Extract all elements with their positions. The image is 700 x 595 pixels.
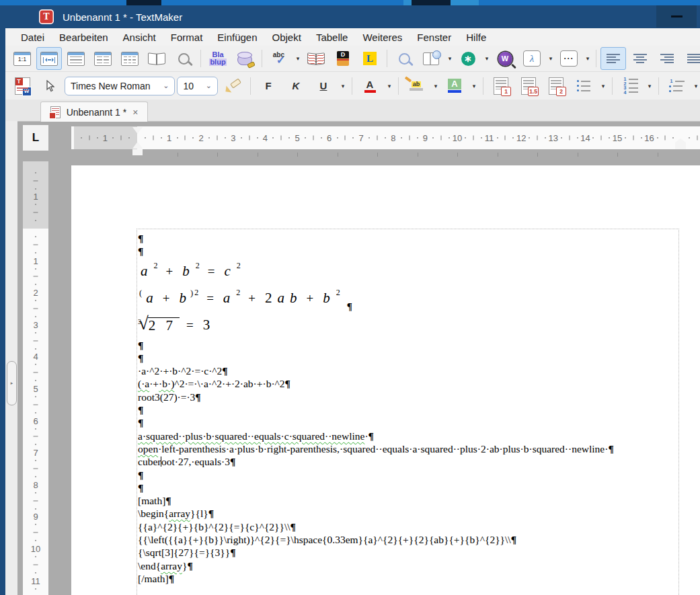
menu-tabelle[interactable]: Tabelle xyxy=(309,30,356,45)
page-view-button[interactable] xyxy=(63,47,89,70)
font-color-button[interactable]: A xyxy=(357,75,383,97)
line-spacing-15-icon: 1.5 xyxy=(521,77,536,95)
spellcheck-button[interactable]: abc ✓ xyxy=(266,47,292,70)
ruler-number: 2 xyxy=(199,133,204,143)
ruler-tick xyxy=(505,136,506,141)
line-spacing-2-button[interactable]: 2 xyxy=(543,75,569,97)
wolfram-button[interactable]: W xyxy=(492,47,518,70)
tabstop-mark xyxy=(377,153,378,157)
font-color-dropdown-arrow[interactable]: ▾ xyxy=(385,83,393,89)
book-view-button[interactable] xyxy=(144,47,169,70)
translate-dropdown-arrow[interactable]: ▾ xyxy=(446,55,454,62)
ruler-dot xyxy=(35,172,36,173)
italic-button[interactable]: K xyxy=(283,75,309,97)
line-spacing-15-button[interactable]: 1.5 xyxy=(516,75,541,97)
bullet-list-dropdown-arrow[interactable]: ▾ xyxy=(599,83,607,89)
font-family-select[interactable]: Times New Roman ⌄ xyxy=(65,77,175,95)
database-button[interactable] xyxy=(232,47,258,70)
separator xyxy=(658,77,659,95)
formula-dropdown-arrow[interactable]: ▾ xyxy=(547,55,555,62)
document-text-area[interactable]: ¶¶a2+b2=c2(a+b)2=a2+2ab+b2¶3√2 7=3¶¶·a·^… xyxy=(138,232,676,585)
menu-einfuegen[interactable]: Einfügen xyxy=(210,30,264,45)
ruler-dot xyxy=(545,137,546,138)
math-formula-line: (a+b)2=a2+2ab+b2¶ xyxy=(138,285,676,312)
menu-datei[interactable]: Datei xyxy=(13,30,52,45)
menu-fenster[interactable]: Fenster xyxy=(410,30,459,45)
select-tool-button[interactable] xyxy=(37,75,63,97)
fit-width-icon xyxy=(40,52,58,66)
underline-dropdown-arrow[interactable]: ▾ xyxy=(339,83,347,89)
ruler-dot xyxy=(81,137,82,138)
document-line: ·a·^2·+·b·^2·=·c·^2¶ xyxy=(138,364,676,377)
lambda-icon: λ xyxy=(523,50,541,67)
background-window-artifact xyxy=(126,0,161,5)
shading-dropdown-arrow[interactable]: ▾ xyxy=(470,83,478,89)
underline-button[interactable]: U xyxy=(311,75,336,97)
sidebar-toggle-handle[interactable]: ▸ xyxy=(7,361,17,405)
langenscheidt-button[interactable]: L xyxy=(357,47,383,70)
more-options-dropdown-arrow[interactable]: ▾ xyxy=(584,55,592,62)
align-center-button[interactable] xyxy=(627,47,653,70)
ruler-number: 7 xyxy=(359,133,364,143)
ruler-dot xyxy=(145,137,146,138)
search-button[interactable] xyxy=(391,47,417,70)
vertical-ruler[interactable]: 11234567891011 xyxy=(23,161,48,595)
highlight-dropdown-arrow[interactable]: ▾ xyxy=(432,83,440,89)
menu-weiteres[interactable]: Weiteres xyxy=(355,30,410,45)
separator xyxy=(262,50,262,67)
math-operator: = xyxy=(206,292,214,305)
new-document-button[interactable]: TW xyxy=(9,75,35,97)
highlight-button[interactable]: ab xyxy=(403,75,429,97)
chatgpt-dropdown-arrow[interactable]: ▾ xyxy=(483,55,491,62)
dictionary-button[interactable] xyxy=(303,47,329,70)
format-painter-button[interactable] xyxy=(220,75,245,97)
bla-blup-button[interactable]: Bla blup xyxy=(205,47,231,70)
tab-type-selector[interactable]: L xyxy=(23,125,48,151)
outline-list-button[interactable]: 1 xyxy=(664,75,689,97)
justify-button[interactable] xyxy=(681,47,700,70)
menu-hilfe[interactable]: Hilfe xyxy=(459,30,494,45)
more-options-button[interactable]: ··· xyxy=(556,47,582,70)
line-spacing-1-button[interactable]: 1 xyxy=(488,75,514,97)
document-page[interactable]: ¶¶a2+b2=c2(a+b)2=a2+2ab+b2¶3√2 7=3¶¶·a·^… xyxy=(71,165,700,595)
formula-button[interactable]: λ xyxy=(519,47,545,70)
menu-ansicht[interactable]: Ansicht xyxy=(116,30,163,45)
minimize-button[interactable] xyxy=(656,5,697,28)
two-column-view-button[interactable] xyxy=(90,47,116,70)
menu-objekt[interactable]: Objekt xyxy=(265,30,309,45)
document-tab[interactable]: Unbenannt 1 * × xyxy=(40,102,148,122)
align-right-button[interactable] xyxy=(654,47,680,70)
translate-button[interactable] xyxy=(418,47,444,70)
fit-width-button[interactable] xyxy=(36,47,62,70)
horizontal-ruler[interactable]: 112345678910111213141516 xyxy=(71,126,700,149)
zoom-button[interactable] xyxy=(171,47,196,70)
align-left-button[interactable] xyxy=(600,47,626,70)
menu-bearbeiten[interactable]: Bearbeiten xyxy=(52,30,116,45)
spellcheck-dropdown-arrow[interactable]: ▾ xyxy=(294,55,302,62)
chatgpt-button[interactable]: ∗ xyxy=(455,47,481,70)
menu-format[interactable]: Format xyxy=(163,30,210,45)
font-size-select[interactable]: 10 ⌄ xyxy=(177,77,218,95)
numbered-list-button[interactable]: 1 2 3 4 xyxy=(617,75,643,97)
ruler-tick xyxy=(345,136,346,141)
grid-view-button[interactable] xyxy=(117,47,143,70)
document-line: open·left-parenthesis·a·plus·b·right-par… xyxy=(138,442,676,455)
text-run: array xyxy=(169,508,190,519)
chatgpt-icon: ∗ xyxy=(461,52,475,66)
ruler-tick xyxy=(34,309,38,309)
duden-button[interactable]: D xyxy=(330,47,356,70)
outline-list-dropdown-arrow[interactable]: ▾ xyxy=(692,83,700,89)
shading-button[interactable]: A xyxy=(442,75,467,97)
numbered-list-dropdown-arrow[interactable]: ▾ xyxy=(646,83,654,89)
tab-close-button[interactable]: × xyxy=(132,107,138,118)
document-line: \end{array}¶ xyxy=(138,559,676,572)
bla-blup-icon: Bla blup xyxy=(209,51,226,66)
document-tab-title: Unbenannt 1 * xyxy=(67,107,127,118)
ruler-tick xyxy=(34,180,38,181)
bold-button[interactable]: F xyxy=(256,75,281,97)
bullet-list-button[interactable] xyxy=(571,75,596,97)
ruler-number: 11 xyxy=(31,576,40,586)
zoom-100-button[interactable]: 1:1 xyxy=(9,47,35,70)
separator xyxy=(612,77,613,95)
ruler-dot xyxy=(35,540,36,541)
